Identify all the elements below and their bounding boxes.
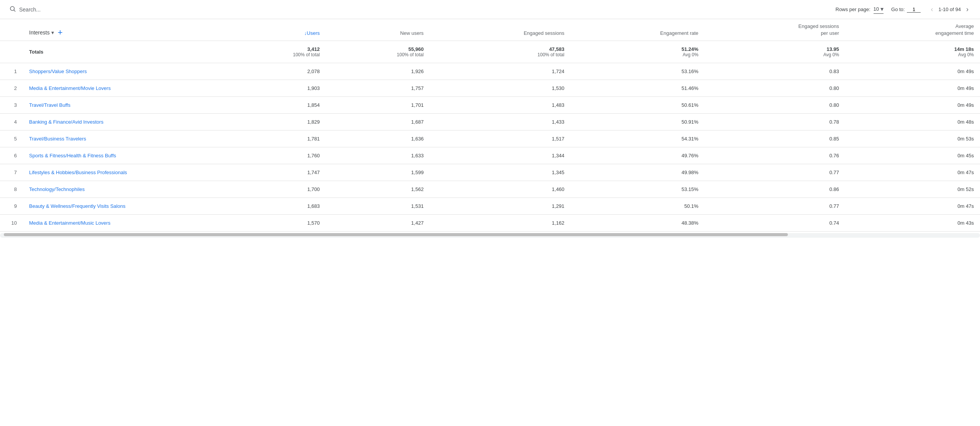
- cell-new-users: 1,562: [326, 181, 430, 198]
- cell-users: 1,760: [222, 147, 326, 164]
- interest-name[interactable]: Banking & Finance/Avid Investors: [23, 114, 222, 131]
- col-header-engagement-rate[interactable]: Engagement rate: [570, 19, 704, 41]
- interest-name[interactable]: Sports & Fitness/Health & Fitness Buffs: [23, 147, 222, 164]
- table-row: 2 Media & Entertainment/Movie Lovers 1,9…: [0, 80, 980, 97]
- cell-engaged-sessions: 1,460: [430, 181, 571, 198]
- cell-new-users: 1,633: [326, 147, 430, 164]
- cell-users: 1,683: [222, 198, 326, 215]
- row-num: 9: [0, 198, 23, 215]
- cell-new-users: 1,687: [326, 114, 430, 131]
- cell-users: 1,781: [222, 131, 326, 147]
- cell-engaged-sessions: 1,530: [430, 80, 571, 97]
- cell-users: 1,700: [222, 181, 326, 198]
- table-row: 1 Shoppers/Value Shoppers 2,078 1,926 1,…: [0, 63, 980, 80]
- row-num: 3: [0, 97, 23, 114]
- cell-users: 1,747: [222, 164, 326, 181]
- page-nav: ‹ 1-10 of 94 ›: [928, 5, 971, 14]
- chevron-down-icon: ▾: [880, 5, 884, 13]
- interest-name[interactable]: Travel/Travel Buffs: [23, 97, 222, 114]
- cell-users: 1,903: [222, 80, 326, 97]
- table-row: 7 Lifestyles & Hobbies/Business Professi…: [0, 164, 980, 181]
- row-num: 4: [0, 114, 23, 131]
- row-num: 7: [0, 164, 23, 181]
- search-placeholder: Search...: [19, 7, 41, 13]
- interest-name[interactable]: Media & Entertainment/Music Lovers: [23, 215, 222, 232]
- toolbar: Search... Rows per page: 10 ▾ Go to: ‹ 1…: [0, 0, 980, 19]
- interest-name[interactable]: Technology/Technophiles: [23, 181, 222, 198]
- cell-engaged-per-user: 0.80: [704, 97, 845, 114]
- row-num: 6: [0, 147, 23, 164]
- search-icon: [9, 5, 16, 13]
- cell-engagement-rate: 53.16%: [570, 63, 704, 80]
- cell-engaged-per-user: 0.78: [704, 114, 845, 131]
- cell-avg-engagement: 0m 45s: [845, 147, 980, 164]
- col-header-engaged-sessions[interactable]: Engaged sessions: [430, 19, 571, 41]
- col-header-engaged-per-user[interactable]: Engaged sessions per user: [704, 19, 845, 41]
- col-header-avg-engagement[interactable]: Average engagement time: [845, 19, 980, 41]
- table-wrap: Interests ▾ + ↓Users New users: [0, 19, 980, 232]
- cell-engaged-per-user: 0.86: [704, 181, 845, 198]
- interest-name[interactable]: Travel/Business Travelers: [23, 131, 222, 147]
- cell-engaged-per-user: 0.76: [704, 147, 845, 164]
- cell-engagement-rate: 54.31%: [570, 131, 704, 147]
- row-num: 1: [0, 63, 23, 80]
- cell-new-users: 1,599: [326, 164, 430, 181]
- cell-engagement-rate: 50.61%: [570, 97, 704, 114]
- cell-engagement-rate: 48.38%: [570, 215, 704, 232]
- add-dimension-button[interactable]: +: [58, 28, 63, 37]
- horizontal-scrollbar[interactable]: [0, 233, 980, 238]
- cell-new-users: 1,926: [326, 63, 430, 80]
- totals-users: 3,412 100% of total: [222, 41, 326, 63]
- cell-avg-engagement: 0m 49s: [845, 63, 980, 80]
- totals-engaged-per-user: 13.95 Avg 0%: [704, 41, 845, 63]
- cell-engaged-sessions: 1,724: [430, 63, 571, 80]
- table-row: 10 Media & Entertainment/Music Lovers 1,…: [0, 215, 980, 232]
- table-row: 6 Sports & Fitness/Health & Fitness Buff…: [0, 147, 980, 164]
- row-num: 10: [0, 215, 23, 232]
- goto-area: Go to:: [891, 7, 921, 13]
- goto-label: Go to:: [891, 7, 905, 12]
- totals-label: Totals: [23, 41, 222, 63]
- totals-rownum: [0, 41, 23, 63]
- cell-new-users: 1,427: [326, 215, 430, 232]
- chevron-down-icon: ▾: [51, 29, 54, 37]
- cell-engagement-rate: 49.76%: [570, 147, 704, 164]
- interest-name[interactable]: Lifestyles & Hobbies/Business Profession…: [23, 164, 222, 181]
- cell-avg-engagement: 0m 43s: [845, 215, 980, 232]
- rows-per-page-label: Rows per page:: [836, 7, 871, 12]
- totals-engaged-sessions: 47,583 100% of total: [430, 41, 571, 63]
- cell-engaged-per-user: 0.80: [704, 80, 845, 97]
- interests-label-text: Interests: [29, 29, 50, 37]
- rows-per-page: Rows per page: 10 ▾: [836, 5, 884, 14]
- cell-engaged-per-user: 0.77: [704, 198, 845, 215]
- cell-avg-engagement: 0m 52s: [845, 181, 980, 198]
- rows-per-page-select[interactable]: 10 ▾: [874, 5, 884, 14]
- next-page-button[interactable]: ›: [964, 5, 971, 14]
- col-header-new-users[interactable]: New users: [326, 19, 430, 41]
- totals-new-users: 55,960 100% of total: [326, 41, 430, 63]
- prev-page-button[interactable]: ‹: [928, 5, 935, 14]
- row-num: 2: [0, 80, 23, 97]
- cell-new-users: 1,531: [326, 198, 430, 215]
- col-header-users[interactable]: ↓Users: [222, 19, 326, 41]
- cell-avg-engagement: 0m 49s: [845, 97, 980, 114]
- cell-users: 1,854: [222, 97, 326, 114]
- goto-input[interactable]: [907, 7, 921, 13]
- cell-users: 2,078: [222, 63, 326, 80]
- page-range: 1-10 of 94: [938, 7, 961, 12]
- cell-engaged-sessions: 1,162: [430, 215, 571, 232]
- interest-name[interactable]: Beauty & Wellness/Frequently Visits Salo…: [23, 198, 222, 215]
- cell-engagement-rate: 49.98%: [570, 164, 704, 181]
- rows-per-page-value: 10: [874, 6, 879, 12]
- cell-engagement-rate: 51.46%: [570, 80, 704, 97]
- scrollbar-thumb: [4, 233, 788, 236]
- interest-name[interactable]: Shoppers/Value Shoppers: [23, 63, 222, 80]
- cell-users: 1,570: [222, 215, 326, 232]
- interest-name[interactable]: Media & Entertainment/Movie Lovers: [23, 80, 222, 97]
- table-row: 5 Travel/Business Travelers 1,781 1,636 …: [0, 131, 980, 147]
- cell-engaged-sessions: 1,433: [430, 114, 571, 131]
- totals-avg-engagement: 14m 18s Avg 0%: [845, 41, 980, 63]
- search-box[interactable]: Search...: [9, 5, 143, 13]
- totals-row: Totals 3,412 100% of total 55,960 100% o…: [0, 41, 980, 63]
- cell-new-users: 1,636: [326, 131, 430, 147]
